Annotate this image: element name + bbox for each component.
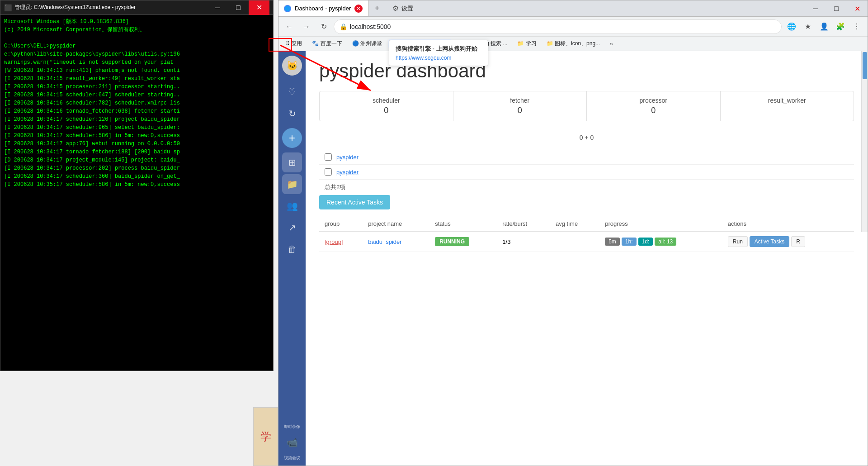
project-checkbox-2[interactable] xyxy=(325,168,332,176)
browser-content: 🐱 ♡ ↻ + ⊞ 📁 👥 ↗ 🗑 即时录像 📹 视频会议 pyspider d… xyxy=(278,51,868,466)
sidebar-refresh-icon[interactable]: ↻ xyxy=(282,104,302,124)
col-actions: actions xyxy=(722,217,854,231)
sidebar-folder-icon[interactable]: 📁 xyxy=(282,174,302,194)
cmd-body: Microsoft Windows [版本 10.0.18362.836] (c… xyxy=(0,15,273,371)
url-text: localhost:5000 xyxy=(350,23,391,30)
stat-processor-label: processor xyxy=(596,97,711,104)
tab-close-button[interactable]: ✕ xyxy=(354,5,363,13)
forward-button[interactable]: → xyxy=(299,19,314,34)
cmd-titlebar: ⬛ 管理员: C:\Windows\System32\cmd.exe - pys… xyxy=(0,0,273,15)
bookmark-xuexi[interactable]: 📁 学习 xyxy=(514,39,540,48)
recent-tasks-button[interactable]: Recent Active Tasks xyxy=(319,195,390,209)
project-link-2[interactable]: pyspider xyxy=(336,169,359,176)
stat-result-worker-label: result_worker xyxy=(730,97,845,104)
browser-tab-dashboard[interactable]: 🌐 Dashboard - pyspider ✕ xyxy=(278,0,369,16)
bookmark-more[interactable]: » xyxy=(606,40,617,48)
profile-button[interactable]: 👤 xyxy=(817,19,831,34)
cmd-close-button[interactable]: ✕ xyxy=(249,0,269,15)
progress-btns: 5m 1h: 1d: all: 13 xyxy=(605,238,717,246)
col-project-name: project name xyxy=(363,217,429,231)
table-row: [group] baidu_spider RUNNING 1/3 xyxy=(319,231,854,252)
progress-all-button[interactable]: all: 13 xyxy=(655,238,676,246)
settings-label: 设置 xyxy=(401,5,413,13)
sidebar-video-icon[interactable]: 📹 xyxy=(282,433,302,452)
refresh-button[interactable]: ↻ xyxy=(316,19,331,34)
bookmark-button[interactable]: ★ xyxy=(801,19,815,34)
menu-button[interactable]: ⋮ xyxy=(849,19,864,34)
progress-5m-button[interactable]: 5m xyxy=(605,238,620,246)
sidebar-people-icon[interactable]: 👥 xyxy=(282,196,302,216)
col-progress: progress xyxy=(599,217,722,231)
sidebar-bottom: 即时录像 📹 视频会议 xyxy=(282,424,302,466)
table-body: [group] baidu_spider RUNNING 1/3 xyxy=(319,231,854,252)
project-checkbox-1[interactable] xyxy=(325,153,332,161)
right-scrollbar[interactable] xyxy=(861,51,868,232)
bookmark-icon[interactable]: 📁 图标、icon、png... xyxy=(543,39,604,48)
col-group: group xyxy=(319,217,363,231)
bookmark-baidu[interactable]: 🐾 百度一下 xyxy=(308,39,345,48)
stat-fetcher-value: 0 xyxy=(462,106,578,115)
cmd-restore-button[interactable]: □ xyxy=(228,0,249,15)
sidebar-trash-icon[interactable]: 🗑 xyxy=(282,239,302,259)
bookmark-apps[interactable]: ⠿ 应用 xyxy=(282,39,306,48)
sidebar-layers-icon[interactable]: ⊞ xyxy=(282,152,302,172)
browser-minimize-button[interactable]: ─ xyxy=(805,0,826,17)
cell-rate-burst: 1/3 xyxy=(497,231,550,252)
tab-label: Dashboard - pyspider xyxy=(295,5,351,12)
translate-button[interactable]: 🌐 xyxy=(784,19,799,34)
stat-fetcher-label: fetcher xyxy=(462,97,578,104)
stat-scheduler-value: 0 xyxy=(329,106,444,115)
cmd-icon: ⬛ xyxy=(4,4,12,11)
cmd-controls: ─ □ ✕ xyxy=(207,0,269,15)
bookmarks-bar: ⠿ 应用 🐾 百度一下 🔵 洲州课堂 🔴 搜狗搜索引擎 - 上... 🔷 微软 … xyxy=(278,37,868,51)
project-row-1: pyspider xyxy=(319,150,854,165)
settings-icon: ⚙ xyxy=(392,4,399,13)
main-content: pyspider dashboard scheduler 0 fetcher 0… xyxy=(306,51,868,466)
stat-processor: processor 0 xyxy=(587,91,721,121)
browser-close-button[interactable]: ✕ xyxy=(847,0,868,17)
project-name-link[interactable]: baidu_spider xyxy=(368,238,401,245)
sidebar-heart-icon[interactable]: ♡ xyxy=(282,82,302,102)
bookmark-zhouzhouke[interactable]: 🔵 洲州课堂 xyxy=(349,39,386,48)
progress-1h-button[interactable]: 1h: xyxy=(622,238,637,246)
stat-scheduler: scheduler 0 xyxy=(320,91,453,121)
stat-fetcher: fetcher 0 xyxy=(453,91,587,121)
cmd-title: 管理员: C:\Windows\System32\cmd.exe - pyspi… xyxy=(14,4,136,11)
r-button[interactable]: R xyxy=(791,236,805,247)
col-rate-burst: rate/burst xyxy=(497,217,550,231)
sidebar-camera-label: 即时录像 xyxy=(284,424,300,430)
cell-project-name: baidu_spider xyxy=(363,231,429,252)
equation-text: 0 + 0 xyxy=(580,134,594,141)
browser-window: 🌐 Dashboard - pyspider ✕ + ⚙ 设置 ─ □ ✕ ← … xyxy=(278,0,868,466)
browser-toolbar: ← → ↻ 🔒 localhost:5000 🌐 ★ 👤 🧩 ⋮ xyxy=(278,17,868,37)
progress-1d-button[interactable]: 1d: xyxy=(638,238,653,246)
browser-win-controls: ─ □ ✕ xyxy=(805,0,868,16)
address-bar[interactable]: 🔒 localhost:5000 xyxy=(334,19,782,34)
run-button[interactable]: Run xyxy=(728,236,748,247)
sidebar-video-label: 视频会议 xyxy=(284,455,300,461)
cmd-output: Microsoft Windows [版本 10.0.18362.836] (c… xyxy=(4,18,269,189)
cmd-minimize-button[interactable]: ─ xyxy=(207,0,228,15)
extensions-button[interactable]: 🧩 xyxy=(833,19,848,34)
cell-status: RUNNING xyxy=(429,231,497,252)
tooltip-url: https://www.sogou.com xyxy=(396,55,481,61)
stat-scheduler-label: scheduler xyxy=(329,97,444,104)
group-link[interactable]: [group] xyxy=(325,238,343,245)
lock-icon: 🔒 xyxy=(340,23,347,30)
cmd-window: ⬛ 管理员: C:\Windows\System32\cmd.exe - pys… xyxy=(0,0,274,371)
browser-maximize-button[interactable]: □ xyxy=(826,0,847,17)
back-button[interactable]: ← xyxy=(282,19,297,34)
stats-row: scheduler 0 fetcher 0 processor 0 result… xyxy=(319,91,854,121)
sidebar-share-icon[interactable]: ↗ xyxy=(282,218,302,238)
new-tab-button[interactable]: + xyxy=(369,0,385,16)
sidebar-add-button[interactable]: + xyxy=(282,128,302,148)
total-items-text: 总共2项 xyxy=(319,180,854,195)
project-link-1[interactable]: pyspider xyxy=(336,154,359,161)
cell-progress: 5m 1h: 1d: all: 13 xyxy=(599,231,722,252)
thumbnail: 学 xyxy=(253,407,278,466)
rate-burst-value: 1/3 xyxy=(502,238,510,245)
active-tasks-button[interactable]: Active Tasks xyxy=(750,236,789,247)
tasks-table: group project name status rate/burst avg… xyxy=(319,217,854,252)
sidebar: 🐱 ♡ ↻ + ⊞ 📁 👥 ↗ 🗑 即时录像 📹 视频会议 xyxy=(278,51,306,466)
project-row-2: pyspider xyxy=(319,165,854,180)
